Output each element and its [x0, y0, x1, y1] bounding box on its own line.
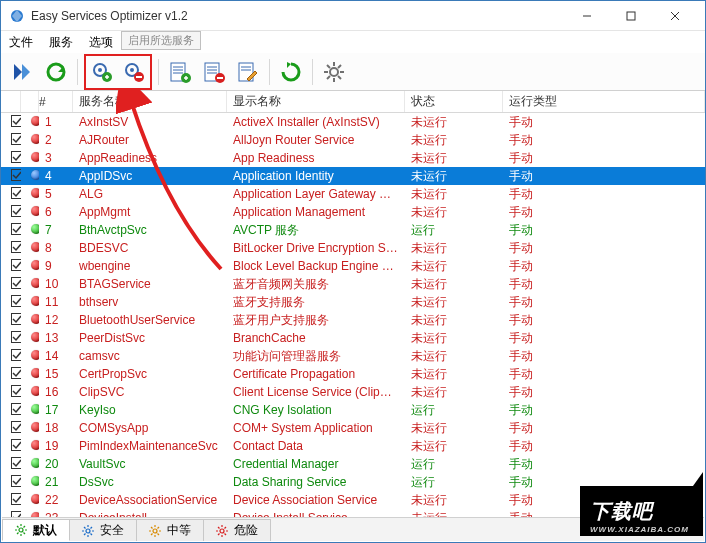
table-row[interactable]: 2AJRouterAllJoyn Router Service未运行手动: [1, 131, 705, 149]
row-checkbox[interactable]: [1, 439, 21, 453]
table-row[interactable]: 7BthAvctpSvcAVCTP 服务运行手动: [1, 221, 705, 239]
table-row[interactable]: 6AppMgmtApplication Management未运行手动: [1, 203, 705, 221]
tab-0[interactable]: 默认: [2, 519, 70, 541]
start-type: 手动: [503, 150, 705, 167]
tab-3[interactable]: 危险: [203, 519, 271, 541]
service-name: AJRouter: [73, 133, 227, 147]
tab-label: 安全: [100, 522, 124, 539]
tool-start-service-icon[interactable]: [87, 57, 117, 87]
status: 未运行: [405, 384, 503, 401]
toolbar-separator: [158, 59, 159, 85]
row-checkbox[interactable]: [1, 241, 21, 255]
display-name: Certificate Propagation: [227, 367, 405, 381]
row-checkbox[interactable]: [1, 331, 21, 345]
tool-apply-icon[interactable]: [7, 57, 37, 87]
row-checkbox[interactable]: [1, 475, 21, 489]
status: 未运行: [405, 276, 503, 293]
row-checkbox[interactable]: [1, 385, 21, 399]
table-row[interactable]: 1AxInstSVActiveX Installer (AxInstSV)未运行…: [1, 113, 705, 131]
row-checkbox[interactable]: [1, 259, 21, 273]
table-row[interactable]: 4AppIDSvcApplication Identity未运行手动: [1, 167, 705, 185]
row-checkbox[interactable]: [1, 187, 21, 201]
status-dot-icon: [21, 151, 39, 165]
service-name: AppIDSvc: [73, 169, 227, 183]
row-checkbox[interactable]: [1, 367, 21, 381]
table-row[interactable]: 18COMSysAppCOM+ System Application未运行手动: [1, 419, 705, 437]
row-checkbox[interactable]: [1, 403, 21, 417]
row-checkbox[interactable]: [1, 313, 21, 327]
row-checkbox[interactable]: [1, 457, 21, 471]
row-checkbox[interactable]: [1, 133, 21, 147]
row-checkbox[interactable]: [1, 223, 21, 237]
table-row[interactable]: 13PeerDistSvcBranchCache未运行手动: [1, 329, 705, 347]
table-row[interactable]: 9wbengineBlock Level Backup Engine Servi…: [1, 257, 705, 275]
tool-refresh-icon[interactable]: [41, 57, 71, 87]
status: 未运行: [405, 294, 503, 311]
col-header-name[interactable]: 服务名称: [73, 91, 227, 112]
row-checkbox[interactable]: [1, 277, 21, 291]
table-row[interactable]: 11bthserv蓝牙支持服务未运行手动: [1, 293, 705, 311]
status-dot-icon: [21, 295, 39, 309]
service-list[interactable]: 1AxInstSVActiveX Installer (AxInstSV)未运行…: [1, 113, 705, 527]
table-row[interactable]: 19PimIndexMaintenanceSvcContact Data未运行手…: [1, 437, 705, 455]
close-button[interactable]: [653, 2, 697, 30]
tab-1[interactable]: 安全: [69, 519, 137, 541]
row-number: 2: [39, 133, 73, 147]
minimize-button[interactable]: [565, 2, 609, 30]
row-checkbox[interactable]: [1, 421, 21, 435]
row-number: 15: [39, 367, 73, 381]
row-checkbox[interactable]: [1, 151, 21, 165]
toolbar: [1, 53, 705, 91]
row-checkbox[interactable]: [1, 205, 21, 219]
tool-list-add-icon[interactable]: [165, 57, 195, 87]
gear-icon: [216, 525, 228, 537]
status-dot-icon: [21, 241, 39, 255]
table-row[interactable]: 3AppReadinessApp Readiness未运行手动: [1, 149, 705, 167]
start-type: 手动: [503, 420, 705, 437]
start-type: 手动: [503, 240, 705, 257]
tool-list-remove-icon[interactable]: [199, 57, 229, 87]
tool-list-edit-icon[interactable]: [233, 57, 263, 87]
status: 运行: [405, 402, 503, 419]
col-header-disp[interactable]: 显示名称: [227, 91, 405, 112]
table-row[interactable]: 14camsvc功能访问管理器服务未运行手动: [1, 347, 705, 365]
col-header-stat[interactable]: 状态: [405, 91, 503, 112]
row-checkbox[interactable]: [1, 493, 21, 507]
tab-2[interactable]: 中等: [136, 519, 204, 541]
table-row[interactable]: 16ClipSVCClient License Service (ClipSVC…: [1, 383, 705, 401]
watermark-text: 下载吧: [590, 500, 653, 522]
col-header-dot[interactable]: [21, 91, 39, 112]
table-row[interactable]: 12BluetoothUserService蓝牙用户支持服务未运行手动: [1, 311, 705, 329]
service-name: AppReadiness: [73, 151, 227, 165]
svg-line-44: [24, 526, 26, 528]
status: 运行: [405, 456, 503, 473]
menu-file[interactable]: 文件: [9, 34, 33, 51]
tool-reload-icon[interactable]: [276, 57, 306, 87]
col-header-num[interactable]: #: [39, 91, 73, 112]
tool-stop-service-icon[interactable]: [119, 57, 149, 87]
table-row[interactable]: 8BDESVCBitLocker Drive Encryption Servic…: [1, 239, 705, 257]
row-checkbox[interactable]: [1, 115, 21, 129]
menu-option[interactable]: 选项: [89, 34, 113, 51]
row-checkbox[interactable]: [1, 169, 21, 183]
row-checkbox[interactable]: [1, 295, 21, 309]
service-name: BluetoothUserService: [73, 313, 227, 327]
col-header-check[interactable]: [1, 91, 21, 112]
tool-settings-icon[interactable]: [319, 57, 349, 87]
tab-label: 危险: [234, 522, 258, 539]
row-number: 1: [39, 115, 73, 129]
table-row[interactable]: 15CertPropSvcCertificate Propagation未运行手…: [1, 365, 705, 383]
status-dot-icon: [21, 331, 39, 345]
svg-line-51: [91, 533, 93, 535]
row-number: 7: [39, 223, 73, 237]
row-number: 10: [39, 277, 73, 291]
table-row[interactable]: 10BTAGService蓝牙音频网关服务未运行手动: [1, 275, 705, 293]
table-row[interactable]: 17KeyIsoCNG Key Isolation运行手动: [1, 401, 705, 419]
col-header-start[interactable]: 运行类型: [503, 91, 705, 112]
table-row[interactable]: 20VaultSvcCredential Manager运行手动: [1, 455, 705, 473]
table-row[interactable]: 5ALGApplication Layer Gateway Ser...未运行手…: [1, 185, 705, 203]
gear-icon: [149, 525, 161, 537]
menu-service[interactable]: 服务: [49, 34, 73, 51]
row-checkbox[interactable]: [1, 349, 21, 363]
maximize-button[interactable]: [609, 2, 653, 30]
